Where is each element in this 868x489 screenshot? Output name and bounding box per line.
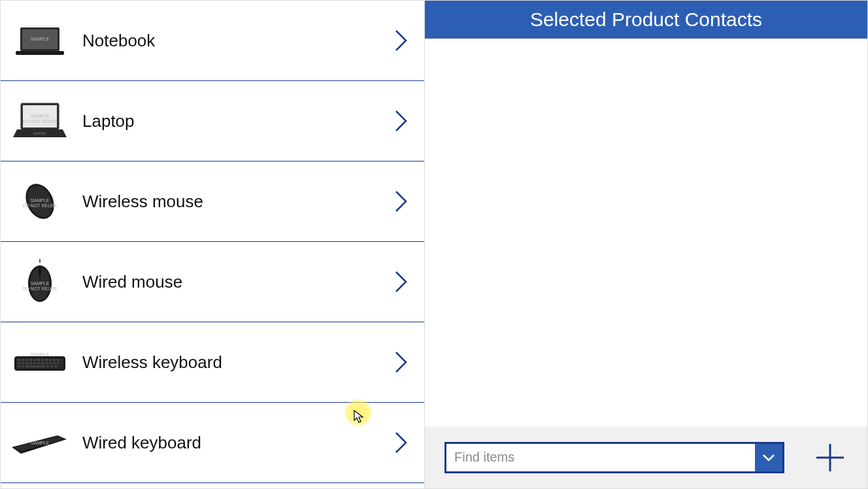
product-row-laptop[interactable]: SAMPLE DO NOT REUSE Laptop [1,81,424,161]
contacts-header: Selected Product Contacts [425,1,867,39]
svg-rect-29 [41,359,44,361]
svg-rect-38 [33,362,36,364]
svg-rect-27 [33,359,36,361]
chevron-right-icon [388,188,414,214]
wired-keyboard-thumb-icon: SAMPLE [7,416,73,469]
find-items-combo[interactable] [444,442,784,473]
svg-rect-46 [22,365,24,367]
svg-text:SAMPLE: SAMPLE [31,37,50,41]
svg-rect-40 [41,362,44,364]
svg-rect-37 [29,362,32,364]
svg-rect-41 [45,362,48,364]
chevron-right-icon [388,108,414,134]
product-row-wireless-mouse[interactable]: SAMPLE DO NOT REUSE Wireless mouse [1,161,424,242]
wired-mouse-thumb-icon: SAMPLE DO NOT REUSE [7,256,73,308]
svg-rect-35 [22,362,24,364]
svg-rect-2 [16,51,64,55]
svg-rect-34 [18,362,20,364]
contacts-panel: Selected Product Contacts [425,0,868,489]
svg-text:DO NOT REUSE: DO NOT REUSE [22,203,57,208]
svg-rect-43 [53,362,56,364]
chevron-right-icon [388,269,414,295]
svg-rect-44 [57,362,59,364]
svg-rect-18 [39,269,41,275]
svg-rect-23 [18,359,20,361]
svg-text:SAMPLE: SAMPLE [31,198,50,203]
add-button[interactable] [814,441,846,474]
product-row-wired-mouse[interactable]: SAMPLE DO NOT REUSE Wired mouse [1,242,424,322]
notebook-thumb-icon: SAMPLE [7,14,73,67]
contacts-body [425,39,867,426]
svg-text:SAMPLE: SAMPLE [31,281,50,286]
svg-rect-32 [53,359,56,361]
svg-text:SAMPLE: SAMPLE [31,352,50,357]
svg-rect-7 [33,132,46,135]
product-label: Notebook [82,31,388,51]
svg-rect-28 [37,359,40,361]
find-items-input[interactable] [446,444,755,471]
chevron-right-icon [388,430,414,456]
product-label: Wireless mouse [82,192,388,212]
svg-rect-45 [18,365,20,367]
plus-icon [814,441,846,474]
find-items-dropdown-button[interactable] [755,444,782,471]
svg-rect-33 [57,359,59,361]
wireless-mouse-thumb-icon: SAMPLE DO NOT REUSE [7,175,73,228]
product-label: Wireless keyboard [82,352,388,373]
wireless-keyboard-thumb-icon: SAMPLE [7,336,73,388]
svg-rect-39 [37,362,40,364]
svg-rect-36 [25,362,28,364]
svg-rect-30 [45,359,48,361]
svg-rect-24 [22,359,24,361]
svg-text:DO NOT REUSE: DO NOT REUSE [22,286,57,291]
svg-rect-25 [25,359,28,361]
product-row-notebook[interactable]: SAMPLE Notebook [1,1,424,81]
svg-rect-31 [49,359,52,361]
product-label: Laptop [82,111,388,131]
product-row-wired-keyboard[interactable]: SAMPLE Wired keyboard [1,403,424,483]
product-label: Wired mouse [82,272,388,292]
contacts-footer [425,426,867,488]
product-row-wireless-keyboard[interactable]: SAMPLE Wireless keyboard [1,322,424,403]
product-label: Wired keyboard [82,433,388,453]
chevron-right-icon [388,27,414,54]
svg-rect-49 [50,365,53,367]
svg-text:DO NOT REUSE: DO NOT REUSE [22,119,57,124]
chevron-down-icon [761,452,776,463]
laptop-thumb-icon: SAMPLE DO NOT REUSE [7,95,73,147]
chevron-right-icon [388,349,414,375]
svg-text:SAMPLE: SAMPLE [31,114,50,118]
product-list-panel[interactable]: SAMPLE Notebook SAMPLE DO NOT REUSE Lapt… [0,0,425,489]
svg-rect-48 [46,365,49,367]
svg-text:SAMPLE: SAMPLE [31,441,50,445]
svg-rect-47 [25,365,45,367]
svg-rect-50 [54,365,57,367]
svg-rect-42 [49,362,52,364]
svg-rect-26 [29,359,32,361]
